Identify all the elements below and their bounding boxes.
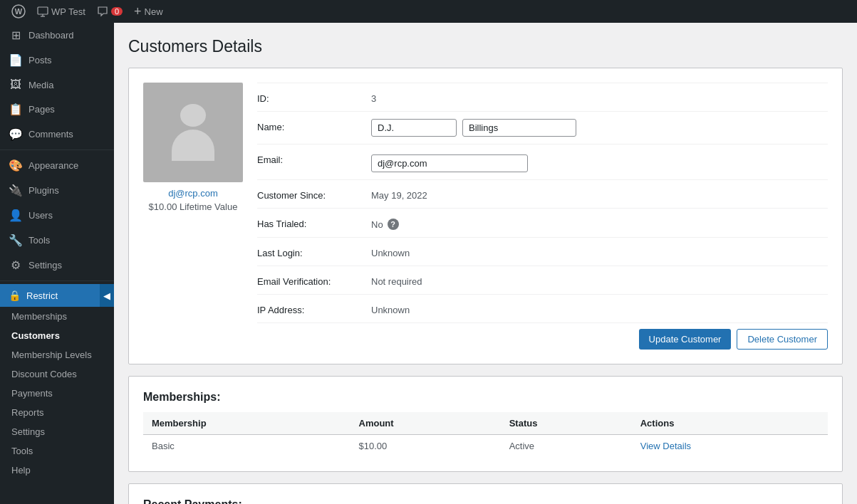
sidebar-item-users[interactable]: 👤 Users xyxy=(0,203,114,228)
delete-customer-button[interactable]: Delete Customer xyxy=(737,329,828,350)
sidebar-label-comments: Comments xyxy=(28,129,73,140)
last-login-value: Unknown xyxy=(371,245,828,258)
cell-status: Active xyxy=(501,435,632,458)
has-trialed-help-icon[interactable]: ? xyxy=(388,219,399,230)
sidebar-label-plugins: Plugins xyxy=(28,185,59,196)
detail-row-name: Name: xyxy=(257,112,828,145)
submenu-item-customers[interactable]: Customers xyxy=(0,326,114,345)
name-label: Name: xyxy=(257,119,371,132)
view-details-link[interactable]: View Details xyxy=(640,441,691,451)
memberships-title: Memberships: xyxy=(143,391,828,404)
customer-email-link[interactable]: dj@rcp.com xyxy=(168,188,218,199)
ip-address-value: Unknown xyxy=(371,302,828,315)
lifetime-value: $10.00 Lifetime Value xyxy=(149,201,238,212)
detail-row-customer-since: Customer Since: May 19, 2022 xyxy=(257,180,828,209)
last-login-label: Last Login: xyxy=(257,245,371,258)
table-row: Basic $10.00 Active View Details xyxy=(143,435,828,458)
detail-row-id: ID: 3 xyxy=(257,83,828,112)
cell-actions: View Details xyxy=(632,435,828,458)
sidebar-label-settings: Settings xyxy=(28,260,62,271)
col-header-actions: Actions xyxy=(632,412,828,435)
email-verification-label: Email Verification: xyxy=(257,273,371,287)
adminbar-wp-logo[interactable]: W xyxy=(6,0,31,23)
submenu-item-memberships[interactable]: Memberships xyxy=(0,307,114,326)
tools-icon: 🔧 xyxy=(9,233,23,247)
sidebar-label-pages: Pages xyxy=(28,104,55,115)
details-table: ID: 3 Name: Email: xyxy=(257,83,828,323)
sidebar-label-posts: Posts xyxy=(28,55,52,65)
dashboard-icon: ⊞ xyxy=(9,28,23,42)
detail-row-last-login: Last Login: Unknown xyxy=(257,238,828,266)
has-trialed-value: No ? xyxy=(371,216,828,230)
submenu-item-help[interactable]: Help xyxy=(0,461,114,480)
memberships-table-header-row: Membership Amount Status Actions xyxy=(143,412,828,435)
ip-address-label: IP Address: xyxy=(257,302,371,315)
sidebar-item-comments[interactable]: 💬 Comments xyxy=(0,122,114,147)
submenu-item-discount-codes[interactable]: Discount Codes xyxy=(0,364,114,384)
sidebar-label-users: Users xyxy=(28,210,53,221)
submenu-item-tools[interactable]: Tools xyxy=(0,441,114,461)
detail-row-has-trialed: Has Trialed: No ? xyxy=(257,209,828,238)
sidebar-label-appearance: Appearance xyxy=(28,160,78,171)
recent-payments-title: Recent Payments: xyxy=(143,498,828,504)
name-inputs xyxy=(371,119,828,137)
avatar-section: dj@rcp.com $10.00 Lifetime Value xyxy=(143,83,243,323)
customer-details-card: dj@rcp.com $10.00 Lifetime Value ID: 3 N… xyxy=(128,68,843,364)
restrict-label: Restrict xyxy=(26,290,58,301)
sidebar-separator-2 xyxy=(0,280,114,281)
appearance-icon: 🎨 xyxy=(9,159,23,172)
sidebar-item-tools[interactable]: 🔧 Tools xyxy=(0,228,114,253)
sidebar-item-dashboard[interactable]: ⊞ Dashboard xyxy=(0,23,114,48)
adminbar-new[interactable]: + New xyxy=(128,0,169,23)
settings-icon: ⚙ xyxy=(9,258,23,272)
sidebar-menu: ⊞ Dashboard 📄 Posts 🖼 Media 📋 Pages 💬 Co… xyxy=(0,23,114,281)
adminbar-comments[interactable]: 0 xyxy=(91,0,128,23)
users-icon: 👤 xyxy=(9,209,23,222)
plugins-icon: 🔌 xyxy=(9,184,23,197)
submenu-item-reports[interactable]: Reports xyxy=(0,403,114,422)
id-label: ID: xyxy=(257,90,371,104)
restrict-arrow-icon: ◀ xyxy=(100,284,114,307)
col-header-amount: Amount xyxy=(350,412,501,435)
sidebar-item-pages[interactable]: 📋 Pages xyxy=(0,97,114,122)
admin-bar: W WP Test 0 + New xyxy=(0,0,857,23)
memberships-card: Memberships: Membership Amount Status Ac… xyxy=(128,376,843,472)
action-row: Update Customer Delete Customer xyxy=(143,329,828,350)
detail-row-ip-address: IP Address: Unknown xyxy=(257,295,828,323)
sidebar-item-posts[interactable]: 📄 Posts xyxy=(0,48,114,73)
col-header-membership: Membership xyxy=(143,412,350,435)
memberships-table: Membership Amount Status Actions Basic $… xyxy=(143,412,828,457)
detail-row-email: Email: xyxy=(257,145,828,180)
first-name-input[interactable] xyxy=(371,119,457,137)
svg-rect-2 xyxy=(38,7,48,14)
sidebar-item-settings[interactable]: ⚙ Settings xyxy=(0,253,114,278)
sidebar: ⊞ Dashboard 📄 Posts 🖼 Media 📋 Pages 💬 Co… xyxy=(0,23,114,504)
id-value: 3 xyxy=(371,90,828,104)
has-trialed-label: Has Trialed: xyxy=(257,216,371,229)
main-content: Customers Details dj@rcp.com $10.00 Life… xyxy=(114,23,857,504)
email-label: Email: xyxy=(257,152,371,165)
avatar xyxy=(143,83,243,182)
submenu-item-payments[interactable]: Payments xyxy=(0,384,114,403)
submenu-item-membership-levels[interactable]: Membership Levels xyxy=(0,345,114,364)
last-name-input[interactable] xyxy=(462,119,576,137)
avatar-silhouette xyxy=(168,104,218,161)
sidebar-label-dashboard: Dashboard xyxy=(28,30,74,41)
media-icon: 🖼 xyxy=(9,78,23,91)
restrict-submenu: Memberships Customers Membership Levels … xyxy=(0,307,114,480)
cell-amount: $10.00 xyxy=(350,435,501,458)
email-input[interactable] xyxy=(371,154,528,172)
sidebar-item-plugins[interactable]: 🔌 Plugins xyxy=(0,178,114,203)
update-customer-button[interactable]: Update Customer xyxy=(639,329,732,350)
restrict-icon: 🔒 xyxy=(9,290,21,301)
sidebar-item-appearance[interactable]: 🎨 Appearance xyxy=(0,153,114,178)
submenu-item-settings[interactable]: Settings xyxy=(0,422,114,441)
avatar-body xyxy=(172,130,214,161)
customer-since-label: Customer Since: xyxy=(257,187,371,201)
cell-membership: Basic xyxy=(143,435,350,458)
pages-icon: 📋 xyxy=(9,103,23,116)
sidebar-item-media[interactable]: 🖼 Media xyxy=(0,73,114,97)
adminbar-site-name[interactable]: WP Test xyxy=(31,0,91,23)
sidebar-label-media: Media xyxy=(28,80,53,90)
sidebar-item-restrict[interactable]: 🔒 Restrict ◀ xyxy=(0,284,114,307)
